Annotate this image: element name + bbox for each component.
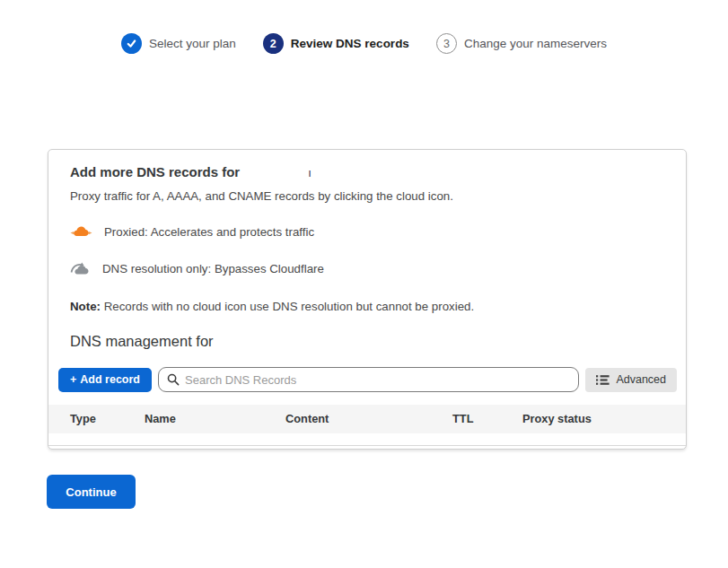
card-title: Add more DNS records for ı xyxy=(70,164,664,179)
redacted-domain-remnant: ı xyxy=(308,166,311,179)
column-header-ttl: TTL xyxy=(452,405,473,433)
search-icon xyxy=(167,373,180,386)
column-header-content: Content xyxy=(285,405,329,433)
dns-table-header: Type Name Content TTL Proxy status xyxy=(48,405,686,433)
note-label: Note: xyxy=(70,300,101,313)
step-change-nameservers[interactable]: 3 Change your nameservers xyxy=(436,33,607,54)
legend-item-dns-only: DNS resolution only: Bypasses Cloudflare xyxy=(70,260,664,276)
step-label: Review DNS records xyxy=(291,37,409,50)
dns-table-empty-row xyxy=(48,433,686,446)
dns-only-cloud-icon xyxy=(70,261,91,276)
onboarding-screen: Select your plan 2 Review DNS records 3 … xyxy=(0,0,728,568)
legend-text-proxied: Proxied: Accelerates and protects traffi… xyxy=(104,225,314,239)
step-number-badge: 2 xyxy=(263,33,284,54)
proxy-legend: Proxied: Accelerates and protects traffi… xyxy=(70,223,664,276)
card-title-text: Add more DNS records for xyxy=(70,164,240,179)
legend-text-dns-only: DNS resolution only: Bypasses Cloudflare xyxy=(102,262,324,275)
step-number-badge: 3 xyxy=(436,33,457,54)
note-body: Records with no cloud icon use DNS resol… xyxy=(104,300,474,313)
dns-search-input[interactable] xyxy=(185,373,570,387)
add-record-button[interactable]: + Add record xyxy=(58,368,152,392)
note-text: Note: Records with no cloud icon use DNS… xyxy=(70,300,664,313)
proxy-intro-text: Proxy traffic for A, AAAA, and CNAME rec… xyxy=(70,189,664,203)
column-header-type: Type xyxy=(70,405,96,433)
step-select-plan[interactable]: Select your plan xyxy=(121,33,236,54)
advanced-button[interactable]: Advanced xyxy=(585,368,677,392)
setup-stepper: Select your plan 2 Review DNS records 3 … xyxy=(0,33,728,54)
legend-item-proxied: Proxied: Accelerates and protects traffi… xyxy=(70,223,664,240)
step-review-dns[interactable]: 2 Review DNS records xyxy=(263,33,409,54)
step-label: Change your nameservers xyxy=(464,37,607,50)
dns-toolbar: + Add record Advanced xyxy=(58,367,677,392)
proxied-cloud-icon xyxy=(70,225,92,239)
continue-button[interactable]: Continue xyxy=(47,475,136,509)
filter-list-icon xyxy=(596,374,610,386)
plus-icon: + xyxy=(70,373,76,386)
column-header-proxy-status: Proxy status xyxy=(522,405,592,433)
dns-management-heading: DNS management for xyxy=(70,333,664,350)
add-record-label: Add record xyxy=(80,373,140,386)
step-label: Select your plan xyxy=(149,37,236,50)
dns-search-box[interactable] xyxy=(158,367,579,392)
dns-records-card: Add more DNS records for ı Proxy traffic… xyxy=(48,149,687,450)
advanced-label: Advanced xyxy=(616,373,666,386)
column-header-name: Name xyxy=(145,405,176,433)
step-complete-check-icon xyxy=(121,33,142,54)
